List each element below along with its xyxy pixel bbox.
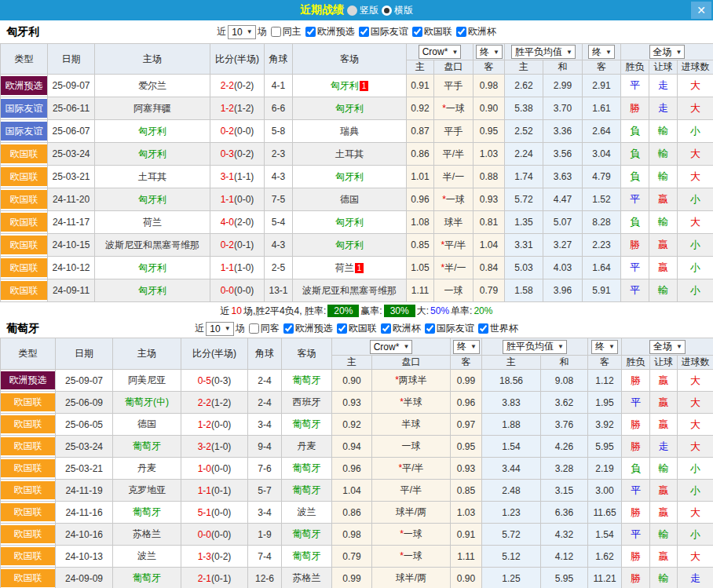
match-count-select[interactable]: 10▼ — [228, 25, 255, 39]
close-button[interactable]: ✕ — [691, 2, 711, 19]
league-checkbox[interactable] — [283, 323, 294, 334]
score-cell: 0-0(0-0) — [210, 279, 265, 302]
corner-cell: 5-4 — [265, 211, 293, 234]
average-odds-select[interactable]: 胜平负均值▼ — [511, 45, 576, 59]
fulltime-score: 1-2 — [221, 103, 234, 114]
team-name-text: 阿塞拜疆 — [133, 103, 171, 114]
final-odds-select[interactable]: 终▼ — [453, 340, 480, 354]
summary-part: 单率: — [451, 305, 472, 318]
league-checkbox[interactable] — [478, 323, 488, 334]
final-odds-select[interactable]: 终▼ — [476, 45, 503, 59]
home-team-cell: 匈牙利 — [95, 257, 210, 279]
section-team-title: 匈牙利 — [6, 25, 39, 39]
euro-away-odds: 2.91 — [583, 75, 621, 97]
same-venue-checkbox[interactable] — [271, 27, 281, 37]
filter-matches-label: 场 — [236, 322, 245, 335]
league-checkbox[interactable] — [305, 27, 316, 37]
handicap-home-odds: 1.01 — [407, 166, 434, 188]
handicap-away-odds: 0.93 — [451, 458, 482, 480]
handicap-away-odds: 1.03 — [474, 143, 505, 166]
result-goals-cell: 小 — [678, 188, 713, 211]
league-checkbox[interactable] — [412, 27, 422, 37]
handicap-home-odds: 0.86 — [407, 143, 434, 166]
col-header-res_goals: 进球数 — [678, 60, 713, 75]
fulltime-score: 4-0 — [221, 217, 234, 228]
league-checkbox[interactable] — [337, 323, 347, 334]
match-type-badge: 欧国联 — [1, 143, 48, 166]
table-header: 类型日期主场比分(半场)角球客场Crow*▼终▼胜平负均值▼终▼全场▼主盘口客主… — [1, 338, 713, 370]
handicap-line-cell: 一球 — [434, 279, 474, 302]
league-checkbox[interactable] — [359, 27, 369, 37]
average-odds-select-value: 胜平负均值 — [506, 340, 554, 353]
halftime-score: (1-2) — [211, 397, 231, 408]
result-wdl-cell: 負 — [622, 458, 650, 480]
league-checkbox[interactable] — [381, 323, 391, 334]
final-odds-select-2[interactable]: 终▼ — [588, 45, 615, 59]
euro-draw-odds: 4.12 — [541, 546, 588, 568]
away-team-cell: 德国 — [293, 188, 407, 211]
team-name-text: 瑞典 — [340, 126, 359, 137]
summary-part: 20% — [327, 305, 359, 317]
score-cell: 1-1(0-0) — [210, 188, 265, 211]
away-team-cell: 土耳其 — [293, 143, 407, 166]
summary-part: 20% — [474, 305, 492, 316]
handicap-line-cell: *一球 — [434, 188, 474, 211]
result-goals-cell: 小 — [678, 234, 713, 257]
euro-away-odds: 1.61 — [583, 97, 621, 120]
same-venue-checkbox[interactable] — [249, 323, 259, 334]
match-row: 欧国联24-09-09葡萄牙2-1(0-1)12-6苏格兰0.99球半/两0.9… — [1, 568, 713, 588]
match-row: 欧国联25-06-05德国1-2(0-0)3-4葡萄牙0.92半球0.971.8… — [1, 414, 713, 436]
team-name-text: 爱尔兰 — [138, 80, 166, 91]
scope-select[interactable]: 全场▼ — [649, 45, 686, 59]
corner-cell: 2-4 — [248, 392, 282, 414]
team-name-text: 匈牙利 — [138, 262, 166, 273]
euro-away-odds: 1.12 — [588, 370, 622, 392]
titlebar: 近期战绩 竖版 横版 ✕ — [0, 0, 713, 20]
corner-cell: 13-1 — [265, 279, 293, 302]
match-date: 25-09-07 — [48, 75, 95, 97]
average-odds-select[interactable]: 胜平负均值▼ — [503, 340, 567, 354]
home-team-cell: 荷兰 — [95, 211, 210, 234]
team-name-text: 葡萄牙 — [293, 550, 321, 561]
result-goals-cell: 走 — [678, 568, 713, 588]
col-header-h_home: 主 — [332, 356, 372, 370]
final-odds-select-2[interactable]: 终▼ — [591, 340, 618, 354]
summary-part: 近 — [221, 305, 230, 318]
score-cell: 1-2(0-0) — [181, 414, 248, 436]
corner-cell: 7-5 — [265, 188, 293, 211]
final-odds-select-2-value: 终 — [592, 46, 601, 59]
filter-matches-label: 场 — [258, 25, 267, 38]
league-checkbox-label: 国际友谊 — [437, 322, 474, 335]
team-name-text: 丹麦 — [137, 462, 156, 473]
result-wdl-cell: 負 — [621, 143, 649, 166]
bookmaker-select[interactable]: Crow*▼ — [370, 340, 413, 354]
euro-away-odds: 4.79 — [583, 166, 621, 188]
team-name-text: 苏格兰 — [293, 572, 321, 583]
euro-home-odds: 5.72 — [505, 188, 543, 211]
radio-unselected-icon[interactable] — [347, 5, 357, 16]
fulltime-score: 2-2 — [198, 397, 211, 408]
team-name-text: 匈牙利 — [138, 194, 166, 205]
away-team-cell: 匈牙利 — [293, 234, 407, 257]
scope-select[interactable]: 全场▼ — [649, 340, 686, 354]
layout-radio-horizontal[interactable]: 横版 — [382, 4, 413, 17]
match-row: 欧国联25-03-21土耳其3-1(1-1)4-3匈牙利1.01半/一0.881… — [1, 166, 713, 188]
bookmaker-select[interactable]: Crow*▼ — [419, 45, 462, 59]
odds-change-star: * — [441, 239, 444, 250]
match-count-select-value: 10 — [232, 27, 242, 38]
match-type-badge: 欧国联 — [1, 234, 48, 257]
euro-draw-odds: 4.32 — [541, 524, 588, 546]
halftime-score: (1-0) — [234, 262, 254, 273]
result-handicap-cell: 贏 — [650, 546, 678, 568]
handicap-line-cell: 球半 — [434, 211, 474, 234]
league-checkbox[interactable] — [456, 27, 466, 37]
halftime-score: (0-1) — [211, 485, 231, 496]
fulltime-score: 0-2 — [221, 126, 234, 137]
corner-cell: 3-4 — [248, 502, 282, 524]
match-count-select[interactable]: 10▼ — [206, 322, 233, 336]
radio-selected-icon[interactable] — [382, 5, 392, 16]
result-goals-cell: 大 — [678, 392, 713, 414]
layout-radio-vertical[interactable]: 竖版 — [347, 4, 378, 17]
odds-change-star: * — [441, 262, 444, 273]
league-checkbox[interactable] — [425, 323, 435, 334]
